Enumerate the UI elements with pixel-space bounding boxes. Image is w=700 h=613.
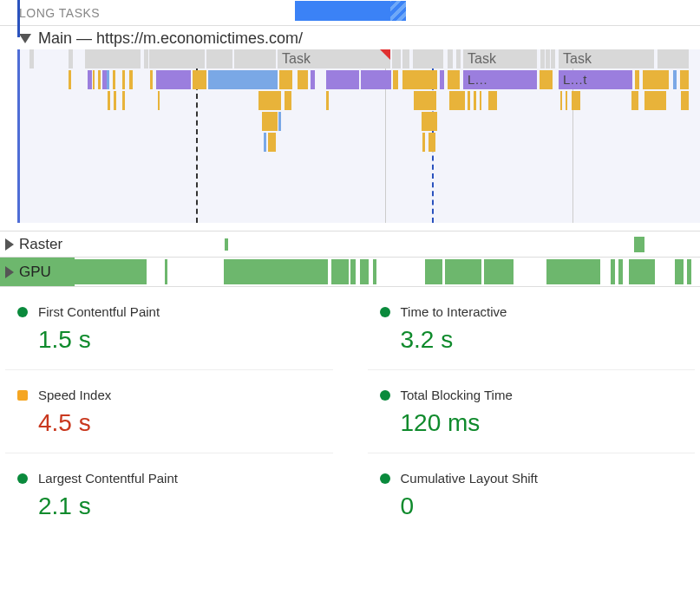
- flame-seg[interactable]: [156, 70, 191, 89]
- gpu-seg[interactable]: [165, 259, 167, 284]
- gpu-seg[interactable]: [546, 259, 600, 284]
- flame-seg[interactable]: [393, 70, 398, 89]
- flame-seg[interactable]: [150, 70, 153, 89]
- task-segment[interactable]: [392, 49, 401, 68]
- flame-seg[interactable]: [158, 91, 160, 110]
- flame-seg[interactable]: [285, 91, 291, 110]
- flame-seg[interactable]: [278, 112, 281, 131]
- flame-seg[interactable]: [262, 112, 278, 131]
- gpu-seg[interactable]: [331, 259, 349, 284]
- flame-seg[interactable]: [440, 70, 444, 89]
- task-segment[interactable]: [144, 49, 148, 68]
- flame-seg[interactable]: [540, 70, 553, 89]
- task-segment[interactable]: [657, 49, 689, 68]
- flame-seg[interactable]: [108, 91, 110, 110]
- flame-seg[interactable]: [361, 70, 391, 89]
- flame-seg[interactable]: [402, 70, 437, 89]
- flame-seg[interactable]: [311, 70, 315, 89]
- gpu-seg[interactable]: [350, 259, 356, 284]
- flame-seg[interactable]: [488, 91, 497, 110]
- flame-seg[interactable]: [326, 91, 329, 110]
- flame-seg[interactable]: L…: [463, 70, 537, 89]
- flame-seg[interactable]: [122, 91, 125, 110]
- flame-seg[interactable]: [98, 70, 101, 89]
- flame-seg[interactable]: [69, 70, 71, 89]
- task-segment[interactable]: Task: [278, 49, 390, 68]
- flame-seg[interactable]: [193, 70, 206, 89]
- flame-seg[interactable]: [474, 91, 476, 110]
- task-segment[interactable]: [551, 49, 555, 68]
- task-segment[interactable]: [402, 49, 409, 68]
- flame-seg[interactable]: [566, 91, 567, 110]
- task-segment[interactable]: [448, 49, 453, 68]
- flame-seg[interactable]: [208, 70, 278, 89]
- flame-seg[interactable]: [631, 91, 638, 110]
- flame-seg[interactable]: [414, 91, 436, 110]
- task-segment[interactable]: [540, 49, 545, 68]
- long-tasks-block[interactable]: [295, 1, 406, 21]
- flame-seg[interactable]: [326, 70, 359, 89]
- gpu-seg[interactable]: [675, 259, 684, 284]
- flame-seg[interactable]: [264, 133, 266, 152]
- flame-seg[interactable]: [480, 91, 481, 110]
- flame-chart[interactable]: Task Task Task: [17, 49, 700, 223]
- flame-seg[interactable]: [468, 91, 470, 110]
- task-segment[interactable]: [85, 49, 141, 68]
- flame-seg[interactable]: [680, 70, 689, 89]
- task-segment[interactable]: Task: [463, 49, 537, 68]
- flame-seg[interactable]: [107, 70, 109, 89]
- flame-seg[interactable]: [93, 70, 95, 89]
- raster-track[interactable]: Raster: [0, 232, 700, 258]
- expand-icon[interactable]: [5, 238, 14, 251]
- flame-seg[interactable]: [429, 133, 435, 152]
- gpu-seg[interactable]: [445, 259, 481, 284]
- flame-seg[interactable]: [572, 91, 580, 110]
- flame-seg[interactable]: [113, 70, 115, 89]
- flame-seg[interactable]: [122, 70, 125, 89]
- gpu-seg[interactable]: [75, 259, 147, 284]
- task-segment[interactable]: Task: [559, 49, 654, 68]
- raster-seg[interactable]: [634, 237, 644, 252]
- collapse-icon[interactable]: [19, 34, 31, 43]
- gpu-seg[interactable]: [687, 259, 691, 284]
- gpu-seg[interactable]: [373, 259, 376, 284]
- task-segment[interactable]: [29, 49, 34, 68]
- gpu-seg[interactable]: [618, 259, 623, 284]
- flame-seg[interactable]: [422, 133, 425, 152]
- task-segment[interactable]: [413, 49, 443, 68]
- gpu-seg[interactable]: [360, 259, 369, 284]
- gpu-seg[interactable]: [611, 259, 615, 284]
- gpu-seg[interactable]: [629, 259, 655, 284]
- flame-seg[interactable]: [643, 70, 669, 89]
- main-thread-header[interactable]: Main — https://m.economictimes.com/: [0, 26, 700, 49]
- task-segment[interactable]: [234, 49, 276, 68]
- flame-seg[interactable]: [258, 91, 281, 110]
- task-segment[interactable]: [546, 49, 550, 68]
- main-thread-panel[interactable]: Main — https://m.economictimes.com/ Task: [0, 26, 700, 232]
- flame-seg[interactable]: [644, 91, 666, 110]
- flame-seg[interactable]: [298, 70, 308, 89]
- flame-seg[interactable]: L…t: [559, 70, 632, 89]
- flame-seg[interactable]: [448, 70, 460, 89]
- expand-icon[interactable]: [5, 266, 14, 278]
- flame-seg[interactable]: [129, 70, 133, 89]
- gpu-seg[interactable]: [484, 259, 514, 284]
- gpu-seg[interactable]: [224, 259, 328, 284]
- flame-seg[interactable]: [449, 91, 465, 110]
- gpu-seg[interactable]: [425, 259, 442, 284]
- flame-seg[interactable]: [268, 133, 276, 152]
- flame-seg[interactable]: [681, 91, 689, 110]
- flame-seg[interactable]: [279, 70, 292, 89]
- flame-seg[interactable]: [422, 112, 437, 131]
- gpu-track[interactable]: GPU: [0, 258, 700, 287]
- flame-seg[interactable]: [560, 91, 562, 110]
- flame-seg[interactable]: [673, 70, 677, 89]
- task-segment[interactable]: [149, 49, 205, 68]
- flame-seg[interactable]: [114, 91, 116, 110]
- raster-seg[interactable]: [225, 238, 228, 251]
- flame-seg[interactable]: [88, 70, 92, 89]
- task-segment[interactable]: [456, 49, 461, 68]
- flame-seg[interactable]: [635, 70, 639, 89]
- task-segment[interactable]: [206, 49, 232, 68]
- task-segment[interactable]: [69, 49, 73, 68]
